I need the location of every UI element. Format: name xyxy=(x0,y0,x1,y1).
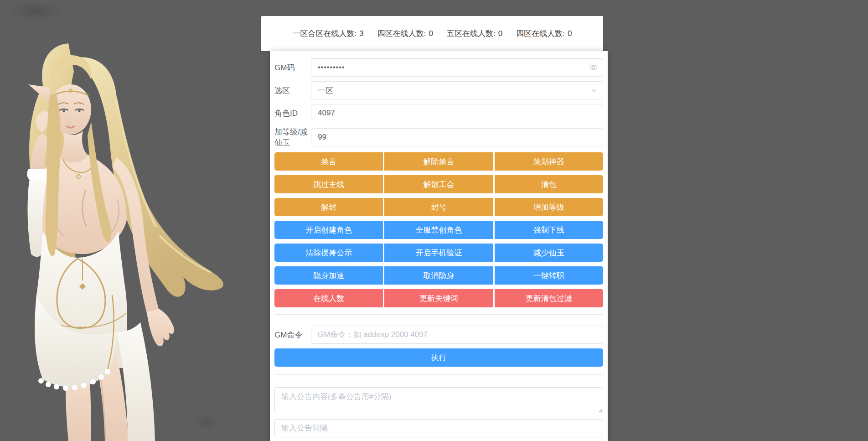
eye-icon[interactable] xyxy=(589,63,598,72)
clear-stall-notice-button[interactable]: 清除摆摊公示 xyxy=(274,244,383,262)
zone-label: 选区 xyxy=(274,85,311,96)
gm-command-input[interactable] xyxy=(311,326,603,344)
update-clearbag-filter-button[interactable]: 更新清包过滤 xyxy=(495,289,603,307)
execute-button[interactable]: 执行 xyxy=(274,348,603,367)
force-offline-button[interactable]: 强制下线 xyxy=(495,221,603,239)
role-id-input[interactable] xyxy=(311,104,603,122)
gm-form-panel: GM码 ••••••••• 选区 一区 角色ID 加等级/减仙玉 xyxy=(270,51,608,441)
notice-interval-input[interactable] xyxy=(274,419,603,437)
planner-tool-button[interactable]: 策划神器 xyxy=(495,152,603,171)
stat-zone1: 一区合区在线人数:3 xyxy=(293,28,364,39)
online-count-button[interactable]: 在线人数 xyxy=(274,289,383,307)
enable-create-role-button[interactable]: 开启创建角色 xyxy=(274,221,383,239)
mute-button[interactable]: 禁言 xyxy=(274,152,383,171)
unban-button[interactable]: 解封 xyxy=(274,198,383,216)
stealth-speed-button[interactable]: 隐身加速 xyxy=(274,266,383,285)
clear-bag-button[interactable]: 清包 xyxy=(495,175,603,193)
update-keywords-button[interactable]: 更新关键词 xyxy=(384,289,493,307)
add-level-button[interactable]: 增加等级 xyxy=(495,198,603,216)
gm-code-input[interactable]: ••••••••• xyxy=(311,58,603,77)
online-stats-card: 一区合区在线人数:3 四区在线人数:0 五区在线人数:0 四区在线人数:0 xyxy=(261,16,603,51)
divider xyxy=(274,314,603,315)
stat-zone4b: 四区在线人数:0 xyxy=(516,28,572,39)
faint-logo-watermark xyxy=(8,1,63,21)
disband-guild-button[interactable]: 解散工会 xyxy=(384,175,493,193)
enable-phone-verify-button[interactable]: 开启手机验证 xyxy=(384,244,493,262)
character-artwork xyxy=(23,40,260,441)
reduce-jade-button[interactable]: 减少仙玉 xyxy=(495,244,603,262)
action-row-7: 在线人数 更新关键词 更新清包过滤 xyxy=(274,289,603,307)
one-key-class-change-button[interactable]: 一键转职 xyxy=(495,266,603,285)
level-jade-input[interactable] xyxy=(311,128,603,146)
stat-zone4a: 四区在线人数:0 xyxy=(377,28,433,39)
gm-admin-page: { "header": { "stats": [ { "label": "一区合… xyxy=(0,0,868,441)
action-row-5: 清除摆摊公示 开启手机验证 减少仙玉 xyxy=(274,244,603,262)
forbid-create-role-button[interactable]: 全服禁创角色 xyxy=(384,221,493,239)
stat-zone5: 五区在线人数:0 xyxy=(447,28,502,39)
gm-code-masked-value: ••••••••• xyxy=(318,63,345,72)
notice-content-textarea[interactable] xyxy=(274,387,603,413)
zone-selected-value: 一区 xyxy=(318,85,333,96)
action-row-3: 解封 封号 增加等级 xyxy=(274,198,603,216)
zone-select[interactable]: 一区 xyxy=(311,81,603,99)
level-jade-label: 加等级/减仙玉 xyxy=(274,127,311,148)
gm-command-label: GM命令 xyxy=(274,330,311,340)
role-id-label: 角色ID xyxy=(274,108,311,119)
gm-code-label: GM码 xyxy=(274,62,311,73)
action-row-6: 隐身加速 取消隐身 一键转职 xyxy=(274,266,603,285)
action-row-2: 跳过主线 解散工会 清包 xyxy=(274,175,603,193)
ban-button[interactable]: 封号 xyxy=(384,198,493,216)
cancel-stealth-button[interactable]: 取消隐身 xyxy=(384,266,493,285)
chevron-down-icon xyxy=(590,86,598,94)
action-row-4: 开启创建角色 全服禁创角色 强制下线 xyxy=(274,221,603,239)
divider xyxy=(274,374,603,375)
unmute-button[interactable]: 解除禁言 xyxy=(384,152,493,171)
action-row-1: 禁言 解除禁言 策划神器 xyxy=(274,152,603,171)
skip-mainline-button[interactable]: 跳过主线 xyxy=(274,175,383,193)
